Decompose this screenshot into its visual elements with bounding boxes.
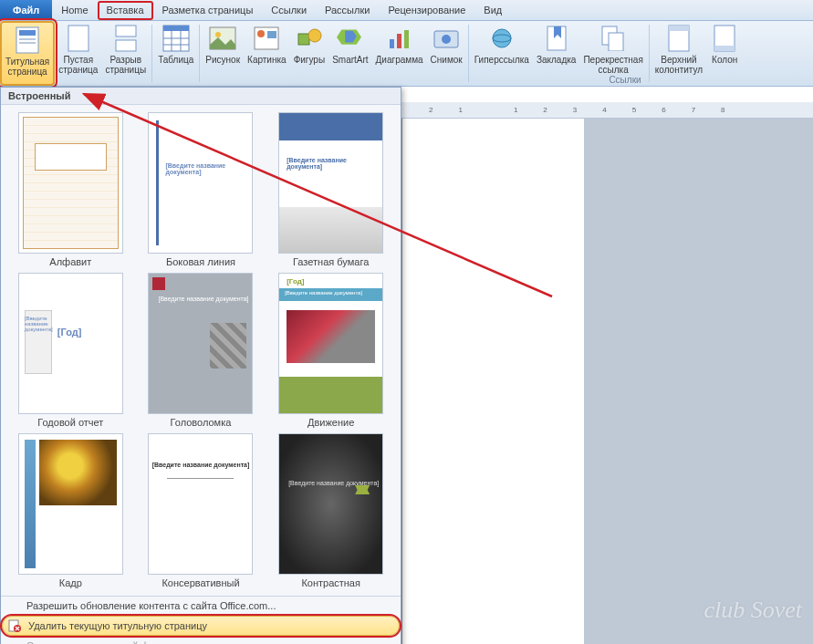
footer-button[interactable]: Колон	[706, 21, 743, 86]
footer-icon	[710, 24, 739, 53]
clipart-label: Картинка	[247, 55, 287, 65]
bookmark-icon	[542, 24, 571, 53]
cover-page-gallery: Встроенный Алфавит [Введите название док…	[0, 87, 401, 644]
shapes-label: Фигуры	[294, 55, 325, 65]
tab-review[interactable]: Рецензирование	[379, 0, 474, 20]
footer-save-selection: Сохранить выделенный фрагмент в коллекци…	[1, 637, 401, 644]
template-label: Газетная бумага	[293, 256, 369, 267]
shapes-button[interactable]: Фигуры	[290, 21, 328, 86]
smartart-label: SmartArt	[332, 55, 368, 65]
hyperlink-button[interactable]: Гиперссылка	[471, 21, 533, 86]
page-break-icon	[111, 24, 141, 53]
screenshot-label: Снимок	[431, 55, 463, 65]
template-label: Головоломка	[171, 417, 232, 428]
ribbon: Титульная страница Пустая страница Разры…	[0, 21, 813, 87]
tab-home[interactable]: Home	[52, 0, 97, 20]
tab-insert[interactable]: Вставка	[98, 1, 153, 20]
tab-page-layout[interactable]: Разметка страницы	[153, 0, 263, 20]
table-button[interactable]: Таблица	[154, 21, 197, 86]
svg-rect-5	[116, 26, 136, 36]
picture-icon	[208, 24, 237, 53]
table-icon	[162, 24, 191, 53]
remove-page-icon	[8, 619, 21, 634]
template-label: Контрастная	[301, 577, 360, 588]
chart-button[interactable]: Диаграмма	[372, 21, 427, 86]
tab-bar: Файл Home Вставка Разметка страницы Ссыл…	[0, 0, 813, 21]
template-sideline[interactable]: [Введите название документа] Боковая лин…	[139, 112, 264, 267]
smartart-button[interactable]: SmartArt	[328, 21, 371, 86]
gallery-grid: Алфавит [Введите название документа] Бок…	[1, 105, 401, 596]
cover-page-label: Титульная страница	[5, 57, 49, 77]
svg-rect-21	[397, 34, 401, 48]
footer-remove-cover[interactable]: Удалить текущую титульную страницу	[2, 616, 400, 636]
svg-rect-8	[163, 26, 189, 31]
tab-view[interactable]: Вид	[474, 0, 511, 20]
svg-rect-31	[669, 26, 689, 31]
chart-icon	[385, 24, 414, 53]
table-label: Таблица	[158, 55, 193, 65]
page-break-button[interactable]: Разрыв страницы	[101, 21, 150, 86]
svg-rect-1	[19, 30, 36, 36]
document-page[interactable]	[401, 119, 584, 644]
smartart-icon	[336, 24, 365, 53]
template-puzzle[interactable]: [Введите название документа] Головоломка	[139, 273, 264, 428]
footer-office-update[interactable]: Разрешить обновление контента с сайта Of…	[1, 597, 401, 615]
picture-label: Рисунок	[205, 55, 240, 65]
gallery-header: Встроенный	[1, 88, 401, 105]
horizontal-ruler[interactable]: 2112345678	[401, 102, 813, 119]
template-label: Движение	[307, 417, 354, 428]
picture-button[interactable]: Рисунок	[202, 21, 244, 86]
template-conservative[interactable]: [Введите название документа] Консерватив…	[139, 433, 264, 588]
cover-page-icon	[13, 26, 42, 55]
template-label: Консервативный	[162, 577, 239, 588]
template-newspaper[interactable]: [Введите название документа] Газетная бу…	[268, 112, 393, 267]
gallery-footer: Разрешить обновление контента с сайта Of…	[1, 596, 401, 644]
page-break-label: Разрыв страницы	[105, 55, 146, 75]
svg-rect-2	[19, 38, 36, 40]
footer-label: Колон	[712, 55, 737, 65]
svg-point-25	[493, 29, 511, 47]
blank-page-icon	[64, 24, 93, 53]
svg-point-19	[308, 29, 321, 42]
svg-rect-20	[390, 39, 394, 48]
template-label: Годовой отчет	[37, 417, 103, 428]
cross-ref-icon	[599, 24, 628, 53]
svg-rect-22	[404, 30, 409, 48]
template-label: Алфавит	[49, 256, 91, 267]
cross-ref-label: Перекрестная ссылка	[583, 55, 642, 75]
template-motion[interactable]: [Год][Введите название документа] Движен…	[268, 273, 393, 428]
screenshot-button[interactable]: Снимок	[427, 21, 466, 86]
svg-rect-18	[298, 34, 309, 45]
header-label: Верхний колонтитул	[655, 55, 703, 75]
document-area	[401, 119, 813, 644]
blank-page-label: Пустая страница	[58, 55, 98, 75]
template-label: Кадр	[59, 577, 82, 588]
template-label: Боковая линия	[166, 256, 235, 267]
cover-page-button[interactable]: Титульная страница	[0, 21, 55, 86]
chart-label: Диаграмма	[376, 55, 423, 65]
template-annual[interactable]: [Год][Введите название документа] Годово…	[8, 273, 133, 428]
template-frame[interactable]: Кадр	[8, 433, 133, 588]
template-contrast[interactable]: [Введите название документа] Контрастная	[268, 433, 393, 588]
header-button[interactable]: Верхний колонтитул	[651, 21, 706, 86]
tab-file[interactable]: Файл	[0, 0, 52, 20]
svg-rect-3	[19, 42, 36, 44]
svg-rect-33	[714, 46, 735, 51]
svg-rect-6	[116, 40, 136, 51]
svg-rect-17	[267, 31, 276, 38]
svg-point-14	[215, 32, 221, 37]
template-alphabet[interactable]: Алфавит	[8, 112, 133, 267]
clipart-icon	[252, 24, 281, 53]
blank-page-button[interactable]: Пустая страница	[55, 21, 101, 86]
clipart-button[interactable]: Картинка	[244, 21, 290, 86]
bookmark-label: Закладка	[537, 55, 576, 65]
hyperlink-label: Гиперссылка	[474, 55, 529, 65]
hyperlink-icon	[487, 24, 516, 53]
header-icon	[664, 24, 693, 53]
tab-mailings[interactable]: Рассылки	[316, 0, 379, 20]
tab-references[interactable]: Ссылки	[262, 0, 316, 20]
svg-point-16	[257, 30, 265, 37]
screenshot-icon	[432, 24, 461, 53]
svg-rect-4	[68, 26, 89, 51]
svg-rect-29	[609, 33, 623, 51]
